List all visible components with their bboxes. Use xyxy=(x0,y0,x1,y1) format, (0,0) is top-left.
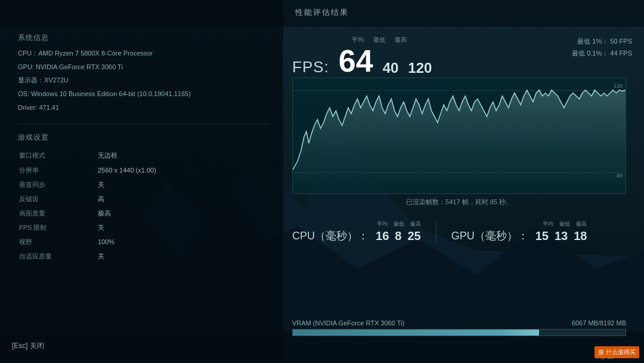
fps-avg-value: 64 xyxy=(339,45,373,76)
settings-row: 自适应质量关 xyxy=(19,250,267,263)
fps-chart-svg xyxy=(293,78,626,193)
fps-col-headers: 平均 最低 最高 xyxy=(292,36,632,44)
panel-divider xyxy=(18,124,268,124)
settings-row: 反锯齿高 xyxy=(19,192,267,205)
settings-label: FPS 限制 xyxy=(19,221,73,234)
fps-sub-numbers: 40 120 xyxy=(383,60,432,76)
gpu-ms-label: GPU（毫秒）： xyxy=(451,229,528,243)
cpu-min-value: 8 xyxy=(395,229,401,243)
vram-label: VRAM (NVIDIA GeForce RTX 3060 Ti) xyxy=(292,319,404,327)
display-info: 显示器：XV272U xyxy=(18,75,268,86)
settings-value: 无边框 xyxy=(74,149,267,162)
settings-label: 反锯齿 xyxy=(19,192,73,205)
cpu-ms-group: 平均 最低 最高 CPU（毫秒）： 16 8 25 xyxy=(292,220,421,243)
fps-avg-header: 平均 xyxy=(352,36,364,44)
vram-header: VRAM (NVIDIA GeForce RTX 3060 Ti) 6067 M… xyxy=(292,319,626,327)
settings-row: FPS 限制关 xyxy=(19,221,267,234)
vram-bar-fill xyxy=(293,330,539,336)
settings-label: 垂直同步 xyxy=(19,178,73,191)
settings-value: 关 xyxy=(74,250,267,263)
watermark: 值 什么值得买 xyxy=(595,346,639,358)
fps-max-value: 120 xyxy=(408,60,432,76)
fps-min-header: 最低 xyxy=(373,36,385,44)
gpu-ms-col-headers: 平均 最低 最高 xyxy=(451,220,587,228)
fps-max-header: 最高 xyxy=(395,36,407,44)
gpu-ms-group: 平均 最低 最高 GPU（毫秒）： 15 13 18 xyxy=(451,220,587,243)
cpu-avg-header: 平均 xyxy=(377,220,388,228)
chart-rendered-text: 已渲染帧数：5417 帧，耗时 85 秒。 xyxy=(292,198,626,207)
settings-value: 关 xyxy=(74,178,267,191)
title-bar: 性能评估结果 xyxy=(0,0,644,25)
settings-label: 窗口模式 xyxy=(19,149,73,162)
cpu-ms-label: CPU（毫秒）： xyxy=(292,229,369,243)
gpu-avg-value: 15 xyxy=(535,229,549,243)
fps-chart: 120 40 xyxy=(292,78,626,194)
gpu-max-value: 18 xyxy=(574,229,587,243)
svg-marker-6 xyxy=(293,90,626,193)
os-info: OS: Windows 10 Business Edition 64-bit (… xyxy=(18,88,268,100)
gpu-avg-header: 平均 xyxy=(543,220,553,228)
fps-label: FPS: xyxy=(292,58,329,76)
settings-label: 画面质量 xyxy=(19,207,73,220)
settings-label: 分辨率 xyxy=(19,164,73,177)
fps-min-value: 40 xyxy=(383,60,399,76)
settings-row: 窗口模式无边框 xyxy=(19,149,267,162)
vram-value: 6067 MB/8192 MB xyxy=(572,319,626,327)
page-title: 性能评估结果 xyxy=(295,8,349,17)
cpu-max-value: 25 xyxy=(407,229,420,243)
cpu-avg-value: 16 xyxy=(376,229,389,243)
settings-value: 极高 xyxy=(74,207,267,220)
settings-row: 视野100% xyxy=(19,235,267,248)
cpu-ms-col-headers: 平均 最低 最高 xyxy=(292,220,421,228)
settings-table: 窗口模式无边框分辨率2560 x 1440 (x1.00)垂直同步关反锯齿高画面… xyxy=(18,147,268,264)
gpu-min-value: 13 xyxy=(555,229,568,243)
vram-section: VRAM (NVIDIA GeForce RTX 3060 Ti) 6067 M… xyxy=(292,319,626,336)
settings-row: 画面质量极高 xyxy=(19,207,267,220)
ms-section: 平均 最低 最高 CPU（毫秒）： 16 8 25 平均 最低 最高 GPU（毫… xyxy=(292,220,626,244)
settings-value: 100% xyxy=(74,235,267,248)
game-settings-title: 游戏设置 xyxy=(18,133,268,143)
info-panel: 系统信息 CPU：AMD Ryzen 7 5800X 8-Core Proces… xyxy=(18,33,268,264)
settings-label: 视野 xyxy=(19,235,73,248)
fps-chart-container: 120 40 已渲染帧数：5417 帧，耗时 85 秒。 xyxy=(292,78,626,209)
system-info-title: 系统信息 xyxy=(18,33,268,43)
gpu-ms-numbers: 15 13 18 xyxy=(535,229,587,243)
cpu-max-header: 最高 xyxy=(410,220,421,228)
settings-value: 2560 x 1440 (x1.00) xyxy=(74,164,267,177)
vram-bar-bg xyxy=(292,329,626,336)
settings-value: 关 xyxy=(74,221,267,234)
settings-value: 高 xyxy=(74,192,267,205)
driver-info: Driver: 471.41 xyxy=(18,102,268,113)
ms-separator xyxy=(436,220,436,244)
cpu-info: CPU：AMD Ryzen 7 5800X 8-Core Processor xyxy=(18,48,268,59)
settings-row: 分辨率2560 x 1440 (x1.00) xyxy=(19,164,267,177)
settings-row: 垂直同步关 xyxy=(19,178,267,191)
gpu-max-header: 最高 xyxy=(576,220,587,228)
cpu-ms-numbers: 16 8 25 xyxy=(376,229,421,243)
close-button[interactable]: [Esc] 关闭 xyxy=(12,341,44,351)
settings-label: 自适应质量 xyxy=(19,250,73,263)
gpu-info: GPU: NVIDIA GeForce RTX 3060 Ti xyxy=(18,61,268,73)
fps-header: FPS: 64 40 120 xyxy=(292,45,632,76)
gpu-min-header: 最低 xyxy=(559,220,570,228)
cpu-min-header: 最低 xyxy=(394,220,404,228)
stats-area: 平均 最低 最高 FPS: 64 40 120 xyxy=(292,36,632,79)
